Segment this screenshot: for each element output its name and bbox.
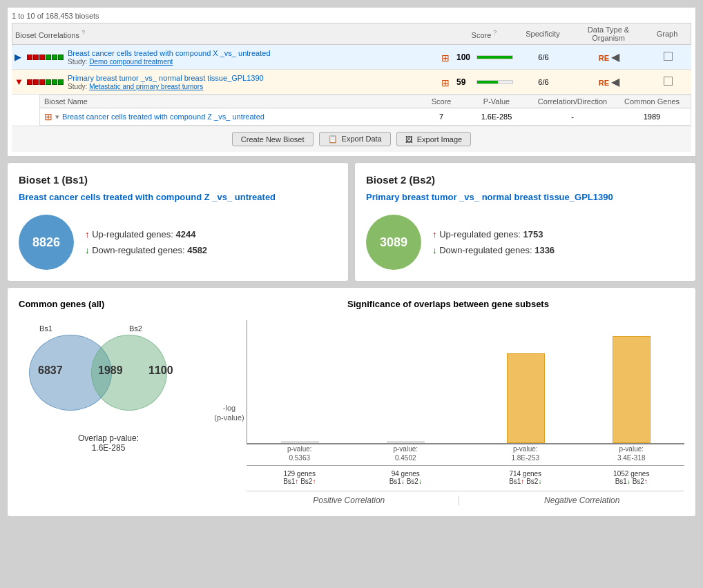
sig-bar-1	[281, 441, 319, 443]
sig-gene-1: 129 genes Bs1↑ Bs2↑	[247, 470, 353, 485]
sub-header-score: Score	[417, 97, 465, 106]
sub-row-corr: -	[528, 112, 617, 121]
grid-icon-1[interactable]: ⊞	[441, 52, 451, 62]
graph-cb-1[interactable]	[647, 52, 688, 63]
card-1-subtitle: Breast cancer cells treated with compoun…	[19, 191, 337, 204]
color-seg	[46, 55, 51, 60]
specificity-1: 6/6	[516, 53, 571, 61]
score-bar-1	[477, 56, 512, 59]
up-arrow-2: ↑	[432, 229, 437, 239]
sig-bar-4	[613, 336, 651, 443]
sub-header-pval: P-Value	[465, 97, 528, 106]
sig-chart	[247, 320, 684, 444]
specificity-header: SpecificitySpecificity	[515, 30, 570, 38]
score-value-1: 100	[456, 52, 474, 62]
card-1-title: Bioset 1 (Bs1)	[19, 174, 337, 186]
sub-header-name: Bioset Name	[44, 97, 417, 106]
bioset-card-2: Bioset 2 (Bs2) Primary breast tumor _vs_…	[354, 162, 696, 282]
sub-row-1: ⊞ ▾ Breast cancer cells treated with com…	[40, 108, 691, 125]
sig-group-1	[247, 333, 353, 443]
sub-row-score: 7	[417, 112, 465, 121]
sig-group-2	[353, 333, 459, 443]
negative-corr-label: Negative Correlation	[473, 496, 685, 505]
card-1-gene-circle: 8826	[19, 215, 74, 270]
sig-gene-3: 714 genes Bs1↑ Bs2↓	[472, 470, 579, 485]
color-seg	[46, 79, 51, 85]
sig-group-3	[473, 333, 579, 443]
sub-row-common: 1989	[617, 112, 686, 121]
sig-y-label: -log(p-value)	[212, 320, 247, 505]
sig-label-1: p-value:0.5363	[247, 444, 353, 462]
color-seg	[33, 79, 39, 85]
sub-header-corr: Correlation/Direction	[528, 97, 617, 106]
color-seg	[58, 79, 64, 85]
collapse-icon-2[interactable]: ▼	[15, 77, 27, 87]
down-arrow-1: ↓	[85, 245, 90, 255]
datatype-1: RE ◀	[571, 50, 647, 63]
positive-corr-label: Positive Correlation	[247, 496, 459, 505]
venn-label-bs1: Bs1	[39, 324, 52, 333]
graph-cb-2[interactable]	[647, 77, 688, 88]
sub-row-pval: 1.6E-285	[465, 112, 528, 121]
export-data-button[interactable]: 📋 Export Data	[319, 132, 391, 146]
export-data-icon: 📋	[328, 135, 338, 143]
create-bioset-button[interactable]: Create New Bioset	[232, 132, 314, 146]
bioset-study-2: Study: Metastatic and primary breast tum…	[68, 83, 441, 90]
sig-gene-2: 94 genes Bs1↓ Bs2↓	[353, 470, 459, 485]
card-2-title: Bioset 2 (Bs2)	[366, 174, 684, 186]
down-arrow-2: ↓	[432, 245, 437, 255]
bioset-card-1: Bioset 1 (Bs1) Breast cancer cells treat…	[7, 162, 349, 282]
color-seg	[33, 55, 39, 60]
datatype-header: Data Type & Organism	[570, 26, 646, 42]
export-image-button[interactable]: 🖼 Export Image	[396, 132, 471, 146]
sig-bar-3	[507, 353, 545, 443]
sig-gene-4: 1052 genes Bs1↓ Bs2↑	[579, 470, 685, 485]
venn-section: Common genes (all) Bs1 Bs2 6837 1989 110…	[19, 299, 198, 505]
color-seg	[58, 55, 64, 60]
sub-row-name[interactable]: Breast cancer cells treated with compoun…	[62, 112, 264, 121]
sig-label-3: p-value:1.8E-253	[472, 444, 579, 462]
venn-title: Common genes (all)	[19, 299, 198, 309]
sig-group-4	[579, 333, 684, 443]
lower-panel: Common genes (all) Bs1 Bs2 6837 1989 110…	[7, 287, 696, 517]
card-2-subtitle: Primary breast tumor _vs_ normal breast …	[366, 191, 684, 204]
graph-header: Graph	[646, 30, 688, 38]
color-seg	[39, 55, 45, 60]
grid-icon-2[interactable]: ⊞	[441, 77, 451, 87]
venn-label-bs2: Bs2	[129, 324, 142, 333]
venn-container: Bs1 Bs2 6837 1989 1100	[19, 317, 184, 428]
card-2-up-stat: ↑ Up-regulated genes: 1753	[432, 229, 555, 239]
up-arrow-1: ↑	[85, 229, 90, 239]
sig-title: Significance of overlaps between gene su…	[212, 299, 684, 309]
bioset-row-1: ▶ Breast cancer cells treated with compo…	[12, 45, 691, 70]
sig-section: Significance of overlaps between gene su…	[212, 299, 684, 505]
card-1-down-stat: ↓ Down-regulated genes: 4582	[85, 245, 207, 255]
bioset-correlations-label: Bioset Correlations ?	[15, 29, 453, 39]
bioset-name-2[interactable]: Primary breast tumor _vs_ normal breast …	[68, 74, 264, 82]
sig-label-4: p-value:3.4E-318	[579, 444, 685, 462]
score-header: Score ?	[453, 29, 515, 39]
venn-left-num: 6837	[38, 364, 63, 377]
sub-header-common: Common Genes	[617, 97, 686, 106]
bioset-name-1[interactable]: Breast cancer cells treated with compoun…	[68, 49, 271, 57]
color-seg	[27, 79, 32, 85]
sub-row-icon: ⊞	[44, 111, 52, 122]
venn-center-num: 1989	[98, 364, 123, 377]
color-seg	[52, 55, 57, 60]
color-seg	[52, 79, 57, 85]
expand-icon-1[interactable]: ▶	[15, 52, 27, 62]
card-1-up-stat: ↑ Up-regulated genes: 4244	[85, 229, 207, 239]
results-count: 1 to 10 of 168,453 biosets	[12, 12, 691, 20]
color-seg	[27, 55, 32, 60]
sig-bar-2	[387, 441, 425, 443]
score-value-2: 59	[456, 77, 474, 87]
sig-label-2: p-value:0.4502	[353, 444, 459, 462]
color-seg	[39, 79, 45, 85]
card-2-gene-circle: 3089	[366, 215, 421, 270]
card-2-down-stat: ↓ Down-regulated genes: 1336	[432, 245, 555, 255]
bioset-study-1: Study: Demo compound treatment	[68, 58, 441, 66]
sub-row-arrow[interactable]: ▾	[55, 112, 59, 121]
venn-right-num: 1100	[148, 364, 173, 377]
venn-pvalue: Overlap p-value: 1.6E-285	[19, 433, 198, 453]
export-image-icon: 🖼	[405, 135, 413, 144]
